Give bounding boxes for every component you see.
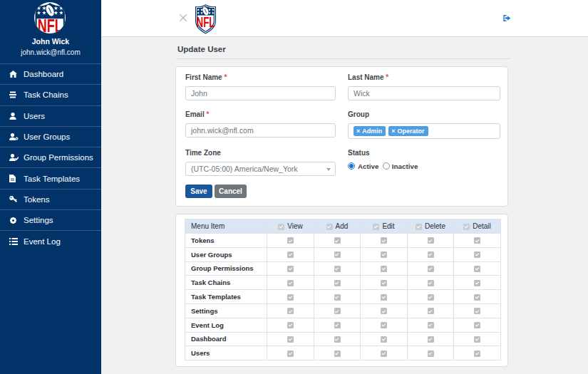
svg-text:NFL: NFL (38, 15, 63, 33)
svg-text:NFL: NFL (197, 14, 215, 30)
